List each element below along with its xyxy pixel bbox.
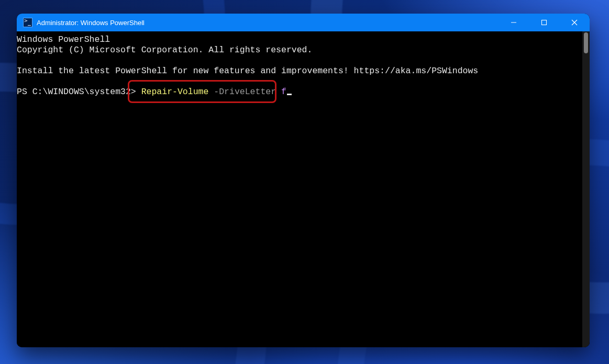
close-icon	[571, 19, 578, 26]
close-button[interactable]	[559, 14, 590, 31]
command-input[interactable]: Repair-Volume -DriveLetter f	[141, 87, 292, 97]
blank-line	[17, 76, 584, 87]
vertical-scrollbar[interactable]	[582, 31, 590, 347]
prompt-prefix: PS C:\WINDOWS\system32>	[17, 87, 141, 97]
install-hint-line: Install the latest PowerShell for new fe…	[17, 66, 584, 76]
powershell-window: Administrator: Windows PowerShell Window…	[17, 14, 590, 347]
powershell-icon	[23, 18, 32, 27]
terminal[interactable]: Windows PowerShellCopyright (C) Microsof…	[17, 31, 584, 347]
banner-line: Windows PowerShell	[17, 35, 584, 45]
scrollbar-thumb[interactable]	[584, 32, 588, 53]
prompt-line: PS C:\WINDOWS\system32> Repair-Volume -D…	[17, 87, 584, 97]
param-token: -DriveLetter	[208, 87, 281, 97]
maximize-icon	[541, 19, 547, 26]
copyright-line: Copyright (C) Microsoft Corporation. All…	[17, 45, 584, 55]
maximize-button[interactable]	[529, 14, 559, 31]
blank-line	[17, 55, 584, 66]
minimize-button[interactable]	[499, 14, 529, 31]
svg-rect-1	[542, 20, 547, 25]
cursor	[287, 94, 292, 95]
cmdlet-token: Repair-Volume	[141, 87, 209, 97]
titlebar[interactable]: Administrator: Windows PowerShell	[17, 14, 590, 31]
terminal-area: Windows PowerShellCopyright (C) Microsof…	[17, 31, 590, 347]
svg-rect-0	[511, 22, 516, 23]
window-title: Administrator: Windows PowerShell	[37, 19, 499, 27]
window-controls	[499, 14, 590, 31]
minimize-icon	[511, 19, 517, 26]
arg-token: f	[281, 87, 286, 97]
